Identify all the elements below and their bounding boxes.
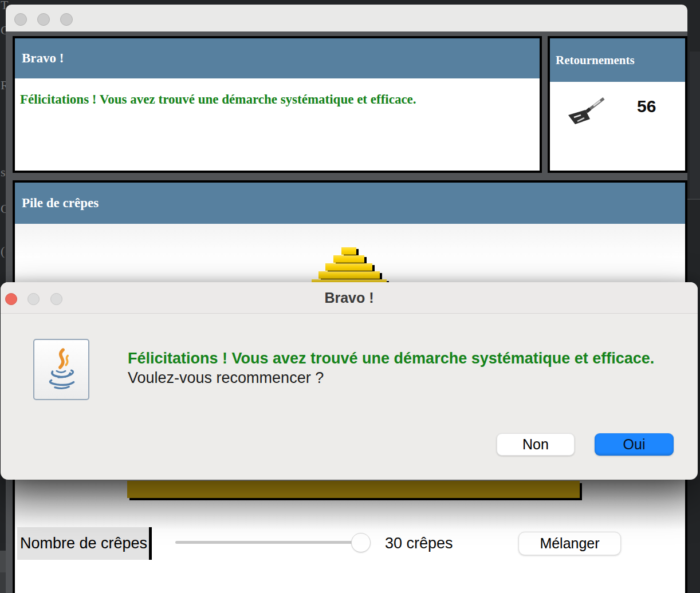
yes-button[interactable]: Oui	[595, 433, 674, 456]
minimize-button-inactive[interactable]	[37, 13, 50, 26]
pancake-tier[interactable]	[333, 255, 364, 263]
app-window-titlebar[interactable]	[6, 5, 687, 31]
retournements-panel-title: Retournements	[556, 53, 635, 68]
bravo-panel-header: Bravo !	[15, 38, 540, 78]
background-app-panel-edge	[0, 572, 6, 593]
bravo-panel-title: Bravo !	[22, 51, 64, 66]
no-button[interactable]: Non	[497, 433, 575, 456]
dialog-titlebar[interactable]: Bravo !	[1, 282, 698, 314]
dialog-title: Bravo !	[1, 282, 698, 313]
shuffle-button[interactable]: Mélanger	[518, 532, 621, 555]
pancake-count-slider-track[interactable]	[175, 541, 367, 544]
pile-panel-header: Pile de crêpes	[15, 183, 685, 224]
background-text-fragment: s	[1, 165, 6, 180]
java-logo-icon	[33, 339, 89, 400]
dialog-question-message: Voulez-vous recommencer ?	[128, 369, 324, 387]
pancake-bottom-tier[interactable]	[127, 481, 580, 498]
pancake-count-slider-thumb[interactable]	[351, 533, 371, 552]
background-text-fragment: (	[1, 244, 5, 259]
screen: TCRsC( Bravo ! Félicitations ! Vous avez…	[0, 0, 700, 593]
dialog-success-message: Félicitations ! Vous avez trouvé une dém…	[128, 350, 654, 367]
pancake-tier[interactable]	[325, 263, 372, 271]
pile-panel-title: Pile de crêpes	[22, 196, 99, 211]
pancake-count-label: Nombre de crêpes	[17, 527, 152, 560]
pancake-tier[interactable]	[341, 247, 356, 255]
bravo-panel-message: Félicitations ! Vous avez trouvé une dém…	[15, 78, 540, 107]
background-app-panel-edge	[0, 551, 6, 572]
background-app-divider	[687, 199, 700, 200]
pancake-count-value: 30 crêpes	[385, 535, 453, 552]
retournements-panel-header: Retournements	[550, 38, 685, 82]
flip-count-value: 56	[637, 97, 656, 116]
spatula-icon	[564, 94, 607, 129]
bravo-dialog: Bravo ! Félicitations ! Vous avez trouvé…	[1, 282, 698, 480]
bravo-panel: Bravo ! Félicitations ! Vous avez trouvé…	[13, 36, 542, 173]
close-button-inactive[interactable]	[14, 13, 27, 26]
zoom-button-inactive[interactable]	[60, 13, 73, 26]
pancake-tier[interactable]	[318, 271, 380, 279]
retournements-panel: Retournements 56	[548, 36, 687, 173]
background-app-panel-edge	[690, 52, 700, 199]
